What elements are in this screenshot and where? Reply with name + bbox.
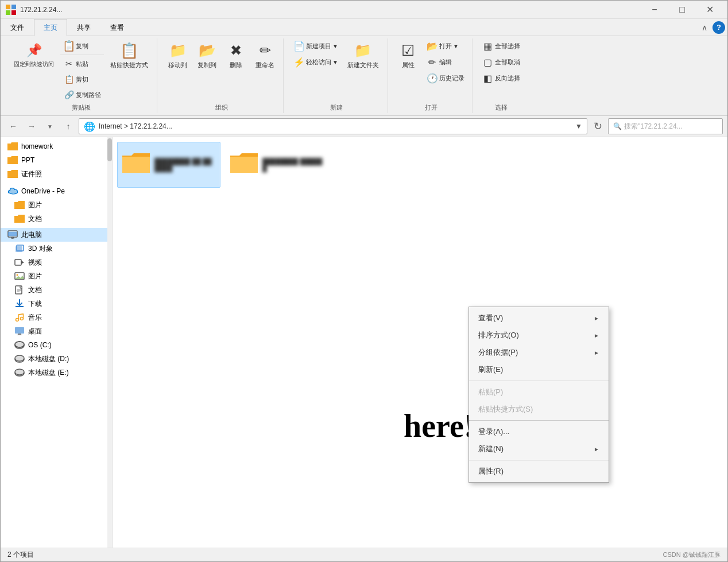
tab-home[interactable]: 主页 [34, 19, 67, 36]
delete-button[interactable]: ✖ 删除 [223, 38, 249, 72]
paste-shortcut-button[interactable]: 🔗 复制路径 [60, 87, 104, 102]
window-icon [5, 4, 17, 15]
ctx-group[interactable]: 分组依据(P) ► [469, 344, 609, 361]
ctx-login-label: 登录(A)... [478, 427, 509, 437]
scrollbar-thumb[interactable] [107, 138, 112, 161]
sidebar-item-thispc[interactable]: 此电脑 [1, 228, 112, 242]
easy-access-button[interactable]: ⚡ 轻松访问 ▼ [291, 55, 341, 69]
open-button[interactable]: 📂 打开 ▼ [424, 38, 467, 53]
move-to-button[interactable]: 📁 移动到 [164, 38, 191, 72]
select-all-button[interactable]: ▦ 全部选择 [479, 38, 523, 53]
sidebar-item-ppt[interactable]: PPT [1, 153, 112, 167]
tab-file[interactable]: 文件 [1, 19, 34, 36]
ctx-sort[interactable]: 排序方式(O) ► [469, 327, 609, 344]
rename-button[interactable]: ✏ 重命名 [251, 38, 278, 72]
copy-to-button[interactable]: 📂 复制到 [193, 38, 220, 72]
invert-selection-button[interactable]: ◧ 反向选择 [479, 71, 523, 86]
sidebar-item-onedrive[interactable]: OneDrive - Pe [1, 184, 112, 198]
organize-label: 组织 [215, 102, 228, 113]
properties-button[interactable]: ☑ 属性 [395, 38, 421, 72]
up-button[interactable]: ↑ [60, 118, 76, 134]
sidebar-item-3dobjects[interactable]: 3D 对象 [1, 242, 112, 255]
ctx-view-label: 查看(V) [478, 313, 503, 323]
sidebar-item-video[interactable]: 视频 [1, 255, 112, 269]
ctx-arrow-icon: ► [594, 350, 599, 356]
tab-share[interactable]: 共享 [67, 19, 100, 36]
address-box[interactable]: 🌐 Internet > 172.21.2.24... ▼ [79, 118, 587, 134]
ctx-paste: 粘贴(P) [469, 383, 609, 401]
svg-rect-3 [11, 10, 16, 15]
open-label: 打开 [425, 102, 437, 113]
ribbon-collapse-button[interactable]: ∧ [696, 20, 712, 36]
folder-item-1[interactable]: ████████ ██ ██████ [117, 142, 220, 188]
search-box[interactable]: 🔍 搜索"172.21.2.24... [608, 118, 723, 134]
folder-icon [14, 214, 25, 224]
sidebar-item-cDrive[interactable]: OS (C:) [1, 338, 112, 352]
sidebar-label: 视频 [28, 258, 42, 268]
cut-button[interactable]: ✂ 粘贴 [60, 56, 104, 71]
sidebar-item-dDrive[interactable]: 本地磁盘 (D:) [1, 352, 112, 366]
maximize-button[interactable]: □ [669, 1, 695, 19]
content-area[interactable]: ████████ ██ ██████ ████████ ██████ here!… [113, 137, 727, 548]
sidebar: homework PPT 证件照 OneDrive - Pe [1, 137, 113, 548]
history-button[interactable]: 🕐 历史记录 [424, 71, 467, 86]
new-item-button[interactable]: 📄 新建项目 ▼ [291, 38, 341, 53]
sidebar-label: 文档 [28, 214, 42, 224]
ctx-view[interactable]: 查看(V) ► [469, 309, 609, 327]
ctx-group-label: 分组依据(P) [478, 347, 518, 358]
new-folder-button[interactable]: 📁 新建文件夹 [343, 38, 383, 72]
pin-to-quickaccess-button[interactable]: 📌 固定到快速访问 [10, 38, 58, 71]
paste-button[interactable]: 📋 粘贴快捷方式 [106, 38, 152, 72]
back-button[interactable]: ← [5, 118, 21, 134]
title-bar: 172.21.2.24... − □ ✕ [1, 1, 727, 19]
newfolder-icon: 📁 [354, 41, 372, 60]
sidebar-label: 文档 [28, 285, 42, 295]
sidebar-item-desktop[interactable]: 桌面 [1, 324, 112, 338]
sidebar-item-pictures[interactable]: 图片 [1, 198, 112, 212]
ctx-refresh[interactable]: 刷新(E) [469, 361, 609, 378]
edit-icon: ✏ [427, 56, 438, 68]
folder-icon [7, 169, 18, 179]
select-none-button[interactable]: ▢ 全部取消 [479, 55, 523, 69]
minimize-button[interactable]: − [641, 1, 668, 19]
ribbon-group-organize: 📁 移动到 📂 复制到 ✖ 删除 ✏ 重命名 [160, 38, 284, 113]
sidebar-item-photo[interactable]: 证件照 [1, 167, 112, 181]
ctx-separator-1 [469, 381, 609, 381]
svg-rect-8 [15, 259, 21, 265]
scissors-icon: ✂ [63, 58, 75, 69]
sidebar-item-pictures2[interactable]: 图片 [1, 269, 112, 283]
sidebar-label: 此电脑 [21, 230, 42, 240]
sidebar-item-documents[interactable]: 文档 [1, 212, 112, 226]
close-button[interactable]: ✕ [696, 1, 723, 19]
tab-view[interactable]: 查看 [100, 19, 134, 36]
ctx-new[interactable]: 新建(N) ► [469, 440, 609, 458]
address-chevron[interactable]: ▼ [575, 122, 582, 130]
folder-name-2: ████████ ██████ [262, 158, 323, 172]
ribbon-group-clipboard: 📌 固定到快速访问 📋 复制 ✂ 粘贴 [5, 38, 157, 113]
folder-item-2[interactable]: ████████ ██████ [225, 142, 328, 188]
new-items: 📄 新建项目 ▼ ⚡ 轻松访问 ▼ 📁 新建文件夹 [291, 38, 383, 102]
copy-path-button[interactable]: 📋 剪切 [60, 72, 104, 87]
edit-button[interactable]: ✏ 编辑 [424, 55, 467, 69]
forward-button[interactable]: → [24, 118, 40, 134]
ctx-login[interactable]: 登录(A)... [469, 423, 609, 440]
sidebar-item-homework[interactable]: homework [1, 139, 112, 153]
sidebar-item-documents2[interactable]: 文档 [1, 283, 112, 297]
svg-rect-0 [6, 5, 10, 9]
ctx-properties[interactable]: 属性(R) [469, 463, 609, 480]
folder-icon [230, 151, 258, 179]
select-label: 选择 [495, 102, 508, 113]
sidebar-scrollbar[interactable] [107, 137, 112, 548]
watermark: CSDN @铖铖踹江豚 [663, 551, 721, 559]
copy-button[interactable]: 📋 复制 [60, 38, 104, 53]
sidebar-item-eDrive[interactable]: 本地磁盘 (E:) [1, 366, 112, 379]
recent-locations-button[interactable]: ▼ [42, 118, 58, 134]
ctx-separator-3 [469, 460, 609, 460]
refresh-button[interactable]: ↻ [590, 118, 606, 134]
sidebar-item-music[interactable]: 音乐 [1, 311, 112, 324]
sidebar-item-downloads[interactable]: 下载 [1, 297, 112, 311]
drive-icon [14, 367, 25, 378]
help-button[interactable]: ? [712, 21, 725, 34]
svg-rect-22 [17, 335, 22, 335]
sidebar-label: 下载 [28, 299, 42, 309]
